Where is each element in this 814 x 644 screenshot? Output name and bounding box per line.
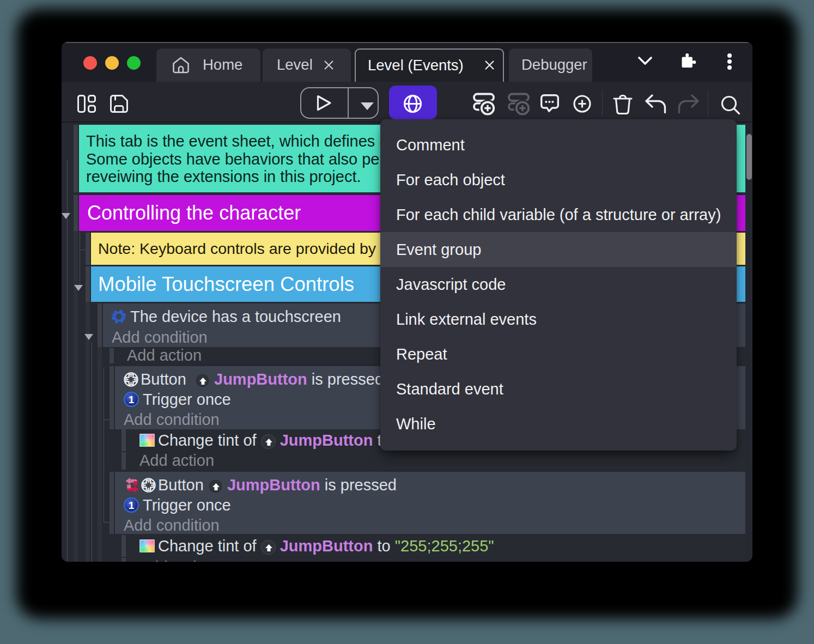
- svg-text:1: 1: [129, 500, 135, 511]
- svg-text:1: 1: [129, 394, 135, 405]
